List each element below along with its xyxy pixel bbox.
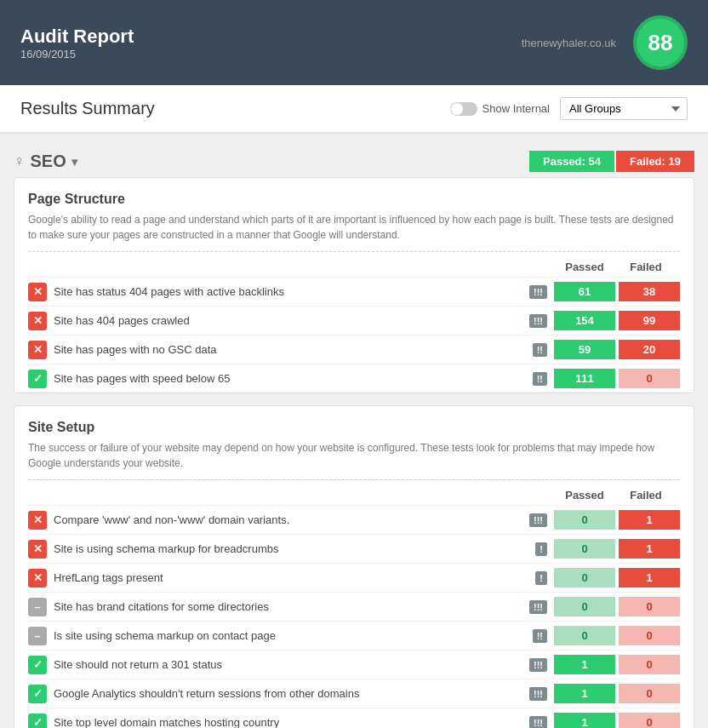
site-setup-title: Site Setup [28,420,680,435]
cell-failed: 1 [619,539,680,559]
site-setup-desc: The success or failure of your website m… [28,440,680,471]
app-title: Audit Report [20,26,134,48]
table-row: – Site has brand citations for some dire… [28,592,680,621]
row-label: Google Analytics shouldn't return sessio… [54,687,529,700]
row-label: Compare 'www' and non-'www' domain varia… [54,513,529,526]
priority-badge: ! [535,571,547,585]
cells: 1 0 [554,684,680,703]
table-row: – Is site using schema markup on contact… [28,621,680,650]
cell-passed: 61 [554,282,615,301]
table-row: ✕ Site has pages with no GSC data !! 59 … [28,335,680,364]
table-header: Passed Failed [28,489,680,502]
seo-label: SEO [31,152,66,171]
col-passed-label: Passed [554,261,615,273]
page-structure-desc: Google's ability to read a page and unde… [28,212,680,243]
cell-zero-failed: 0 [619,655,680,674]
cell-zero-failed: 0 [619,713,680,728]
seo-dropdown-arrow-icon: ▾ [71,155,77,169]
row-label: Site top level domain matches hosting co… [54,716,529,728]
table-row: ✕ Site is using schema markup for breadc… [28,534,680,563]
table-row: ✕ Site has status 404 pages with active … [28,277,680,306]
passed-count: 54 [589,155,601,168]
status-neutral-icon: – [28,598,47,616]
score-circle: 88 [633,15,688,70]
row-label: Site has 404 pages crawled [54,314,529,327]
passed-badge: Passed: 54 [529,151,614,172]
cell-neutral-pass: 0 [554,597,615,616]
show-internal-toggle[interactable]: Show Internal [450,102,551,116]
cell-passed: 1 [554,684,615,703]
cell-zero-failed: 0 [619,684,680,703]
cell-passed: 154 [554,311,615,330]
cells: 1 0 [554,713,680,728]
col-failed-label: Failed [615,489,677,502]
failed-badge: Failed: 19 [616,151,694,172]
row-label: Site has brand citations for some direct… [54,600,529,613]
results-bar-controls: Show Internal All Groups SEO Content Tec… [450,97,688,120]
priority-badge: ! [535,542,547,556]
status-neutral-icon: – [28,627,47,645]
cell-failed: 20 [619,340,680,359]
seo-header: ♀ SEO ▾ Passed: 54 Failed: 19 [14,151,694,172]
cells: 0 1 [554,539,680,559]
failed-label: Failed: [630,155,665,168]
cells: 0 0 [554,626,680,645]
table-row: ✓ Google Analytics shouldn't return sess… [28,679,680,708]
table-row: ✕ HrefLang tags present ! 0 1 [28,563,680,592]
priority-badge: !!! [529,314,547,328]
priority-badge: !! [533,372,547,386]
cells: 1 0 [554,655,680,674]
cell-passed: 1 [554,655,615,674]
seo-title[interactable]: ♀ SEO ▾ [14,152,77,171]
cell-neutral-pass: 0 [554,626,615,645]
toggle-switch[interactable] [450,102,477,116]
table-row: ✕ Site has 404 pages crawled !!! 154 99 [28,306,680,335]
results-summary-title: Results Summary [20,99,155,118]
cell-neutral-fail: 0 [619,626,680,645]
row-label: Site has pages with speed below 65 [54,372,533,385]
col-failed-label: Failed [615,261,677,273]
row-label: Site has pages with no GSC data [54,343,533,356]
cell-failed: 99 [619,311,680,330]
row-label: Site has status 404 pages with active ba… [54,285,529,298]
section-divider [28,251,680,252]
cells: 111 0 [554,369,680,388]
page-structure-title: Page Structure [28,192,680,207]
cells: 154 99 [554,311,680,330]
status-fail-icon: ✕ [28,341,47,359]
seo-icon: ♀ [14,152,26,170]
show-internal-label: Show Internal [482,102,551,115]
report-date: 16/09/2015 [20,48,134,60]
priority-badge: !!! [529,658,547,672]
row-label: Is site using schema markup on contact p… [54,629,533,642]
table-row: ✓ Site has pages with speed below 65 !! … [28,364,680,393]
cell-failed: 38 [619,282,680,301]
cell-neutral-fail: 0 [619,597,680,616]
cell-zero-passed: 0 [554,539,615,559]
status-pass-icon: ✓ [28,685,47,703]
groups-select[interactable]: All Groups SEO Content Technical [560,97,688,120]
row-label: HrefLang tags present [54,571,535,584]
status-fail-icon: ✕ [28,312,47,330]
status-fail-icon: ✕ [28,540,47,559]
table-row: ✓ Site top level domain matches hosting … [28,708,680,728]
cells: 0 1 [554,568,680,588]
priority-badge: !! [533,629,547,643]
cell-zero-failed: 0 [619,369,680,388]
row-label: Site should not return a 301 status [54,658,529,671]
score-value: 88 [648,30,673,56]
results-summary-bar: Results Summary Show Internal All Groups… [0,85,708,134]
status-fail-icon: ✕ [28,511,47,530]
header: Audit Report 16/09/2015 thenewyhaler.co.… [0,0,708,85]
cell-zero-passed: 0 [554,568,615,588]
row-label: Site is using schema markup for breadcru… [54,542,535,555]
pass-fail-summary: Passed: 54 Failed: 19 [529,151,694,172]
cells: 59 20 [554,340,680,359]
cells: 61 38 [554,282,680,301]
priority-badge: !!! [529,716,547,729]
cell-passed: 111 [554,369,615,388]
passed-label: Passed: [543,155,585,168]
status-fail-icon: ✕ [28,569,47,588]
section-divider [28,479,680,480]
status-pass-icon: ✓ [28,370,47,388]
